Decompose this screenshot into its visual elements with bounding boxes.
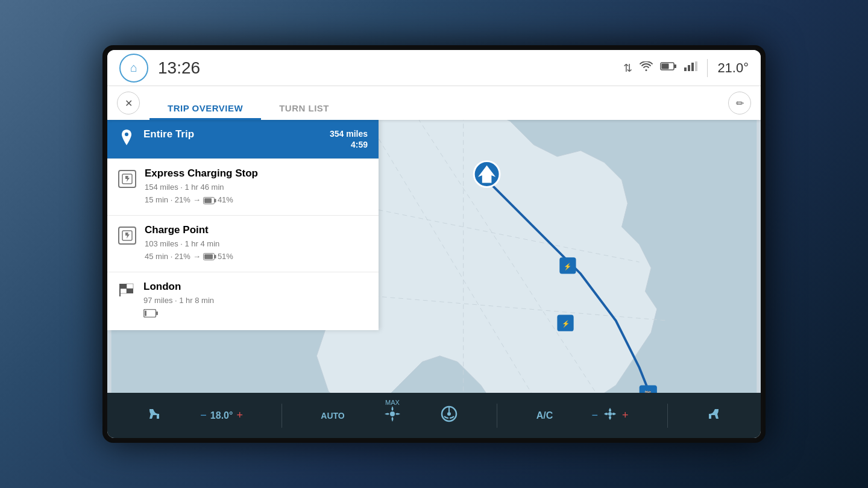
fan-heating-icon bbox=[383, 405, 401, 427]
london-content: London 97 miles · 1 hr 8 min bbox=[143, 281, 368, 322]
ac-control[interactable]: A/C bbox=[536, 410, 553, 421]
charging-icon-2 bbox=[118, 227, 136, 245]
svg-rect-4 bbox=[688, 65, 690, 71]
svg-rect-30 bbox=[120, 284, 127, 289]
status-divider bbox=[707, 59, 708, 77]
svg-rect-25 bbox=[215, 199, 216, 202]
svg-point-42 bbox=[608, 412, 612, 416]
trip-item-entire[interactable]: Entire Trip 354 miles 4:59 bbox=[107, 120, 379, 159]
svg-rect-2 bbox=[674, 64, 676, 68]
entire-trip-stats: 354 miles 4:59 bbox=[330, 128, 368, 150]
svg-rect-28 bbox=[204, 254, 213, 259]
screen-bezel: ⌂ 13:26 ⇅ bbox=[102, 45, 766, 443]
trip-pin-icon bbox=[118, 130, 135, 150]
bottom-divider-2 bbox=[497, 404, 497, 428]
svg-rect-6 bbox=[695, 61, 697, 71]
battery-status-icon bbox=[660, 61, 677, 74]
signal-sort-icon: ⇅ bbox=[623, 61, 632, 75]
fan-max-control[interactable]: MAX bbox=[383, 405, 401, 427]
seat-temp-control[interactable]: − 18.0° + bbox=[200, 409, 243, 422]
tab-turn-list[interactable]: TURN LIST bbox=[261, 98, 347, 120]
svg-point-40 bbox=[447, 412, 451, 416]
status-bar: ⌂ 13:26 ⇅ bbox=[107, 50, 761, 86]
tabs-container: TRIP OVERVIEW TURN LIST bbox=[149, 86, 723, 120]
trip-item-charge-point[interactable]: Charge Point 103 miles · 1 hr 4 min 45 m… bbox=[107, 216, 379, 272]
fan-speed-control[interactable]: − + bbox=[591, 405, 628, 426]
svg-rect-1 bbox=[662, 64, 669, 69]
london-details: 97 miles · 1 hr 8 min bbox=[143, 295, 368, 322]
passenger-seat-control[interactable] bbox=[706, 405, 723, 426]
signal-bars-icon bbox=[684, 61, 697, 74]
svg-point-38 bbox=[390, 411, 395, 416]
london-label: London bbox=[143, 281, 368, 293]
fan-speed-plus[interactable]: + bbox=[622, 409, 629, 422]
seat-icon bbox=[145, 405, 162, 426]
tab-bar: ✕ TRIP OVERVIEW TURN LIST ✏ bbox=[107, 86, 761, 120]
clock-display: 13:26 bbox=[158, 58, 200, 78]
trip-panel: Entire Trip 354 miles 4:59 bbox=[107, 120, 379, 330]
steering-wheel-icon bbox=[440, 405, 458, 427]
max-label: MAX bbox=[385, 399, 400, 406]
steering-icon-control[interactable] bbox=[440, 405, 458, 427]
express-charging-details: 154 miles · 1 hr 46 min 15 min · 21% → bbox=[145, 181, 368, 207]
svg-rect-37 bbox=[156, 311, 158, 315]
passenger-seat-icon bbox=[706, 405, 723, 426]
seat-temp-plus[interactable]: + bbox=[236, 409, 243, 422]
ambient-temperature: 21.0° bbox=[717, 60, 749, 76]
charge-point-battery-row: 45 min · 21% → 51% bbox=[145, 251, 368, 263]
entire-trip-label: Entire Trip bbox=[143, 128, 194, 140]
svg-rect-5 bbox=[691, 63, 694, 71]
svg-rect-24 bbox=[204, 198, 212, 203]
svg-rect-31 bbox=[127, 284, 133, 289]
seat-temp-value: 18.0° bbox=[210, 410, 233, 421]
home-button[interactable]: ⌂ bbox=[119, 54, 148, 83]
charge-point-label: Charge Point bbox=[145, 224, 368, 236]
express-charging-battery-row: 15 min · 21% → 41% bbox=[145, 194, 368, 207]
charge-point-content: Charge Point 103 miles · 1 hr 4 min 45 m… bbox=[145, 224, 368, 263]
svg-text:⚡: ⚡ bbox=[562, 320, 570, 328]
charging-icon-1 bbox=[118, 170, 136, 188]
status-icons-group: ⇅ bbox=[623, 59, 749, 77]
wifi-icon bbox=[640, 61, 653, 74]
charge-point-details: 103 miles · 1 hr 4 min 45 min · 21% → bbox=[145, 238, 368, 263]
bottom-divider-3 bbox=[667, 404, 668, 428]
trip-item-express-charging[interactable]: Express Charging Stop 154 miles · 1 hr 4… bbox=[107, 159, 379, 216]
svg-rect-29 bbox=[215, 255, 216, 258]
entire-trip-distance: 354 miles bbox=[330, 128, 368, 139]
entire-trip-header: Entire Trip 354 miles 4:59 bbox=[143, 128, 368, 150]
flag-icon bbox=[118, 283, 135, 301]
seat-temp-minus[interactable]: − bbox=[200, 409, 207, 422]
entire-trip-duration: 4:59 bbox=[330, 139, 368, 150]
auto-label: AUTO bbox=[321, 411, 344, 421]
express-charging-content: Express Charging Stop 154 miles · 1 hr 4… bbox=[145, 167, 368, 207]
trip-item-london[interactable]: London 97 miles · 1 hr 8 min bbox=[107, 272, 379, 331]
svg-rect-36 bbox=[145, 311, 146, 316]
svg-rect-33 bbox=[127, 289, 133, 293]
fan-icon bbox=[602, 405, 618, 426]
close-button[interactable]: ✕ bbox=[117, 92, 140, 114]
svg-text:⚡: ⚡ bbox=[564, 263, 572, 271]
entire-trip-content: Entire Trip 354 miles 4:59 bbox=[143, 128, 368, 150]
tab-trip-overview[interactable]: TRIP OVERVIEW bbox=[149, 98, 261, 120]
svg-point-21 bbox=[125, 133, 128, 136]
home-icon: ⌂ bbox=[130, 61, 137, 75]
bottom-divider-1 bbox=[281, 404, 282, 428]
ac-label: A/C bbox=[536, 410, 553, 421]
seat-control[interactable] bbox=[145, 405, 162, 426]
screen: ⌂ 13:26 ⇅ bbox=[107, 50, 761, 438]
svg-rect-32 bbox=[120, 289, 127, 293]
fan-speed-minus[interactable]: − bbox=[591, 409, 598, 422]
bottom-controls-bar: − 18.0° + AUTO MAX bbox=[107, 393, 761, 438]
fan-mode-control[interactable]: AUTO bbox=[321, 411, 344, 421]
edit-button[interactable]: ✏ bbox=[728, 92, 751, 114]
svg-rect-3 bbox=[684, 67, 687, 71]
express-charging-label: Express Charging Stop bbox=[145, 167, 368, 180]
